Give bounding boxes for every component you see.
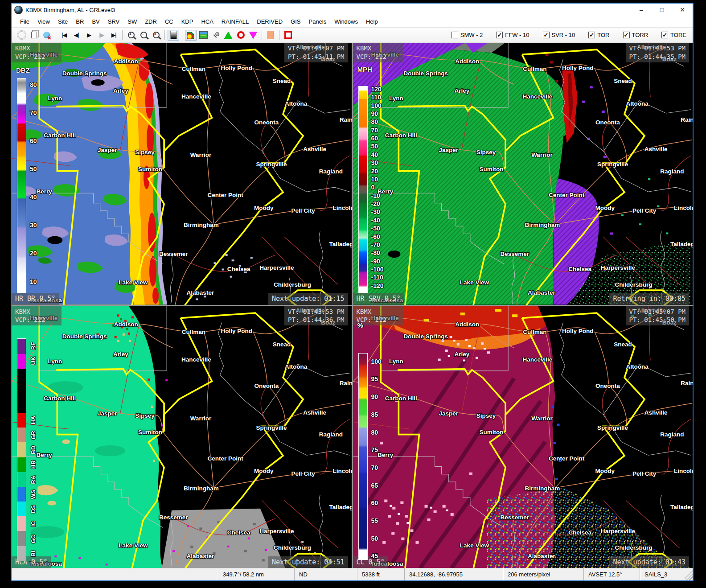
velocity-image xyxy=(353,43,693,305)
toggle-label: SVR - 10 xyxy=(552,32,575,38)
scale-tick: 10 xyxy=(30,278,37,285)
menu-site[interactable]: Site xyxy=(54,17,72,26)
status-cell-1: 349.7°/ 58.2 nm xyxy=(218,568,294,580)
close-button[interactable]: ✕ xyxy=(672,4,693,16)
radar-panel-velocity[interactable]: HaleyvilleAlbertvilleBoazAddisonCullmanH… xyxy=(353,43,693,305)
grayscale-legend-button[interactable] xyxy=(168,30,179,41)
menu-zdr[interactable]: ZDR xyxy=(141,17,161,26)
product-time: PT: 01:45:50 PM xyxy=(629,316,685,324)
status-cell-7: SAILS_3 xyxy=(640,568,685,580)
watch-box-orange-button[interactable] xyxy=(265,30,276,41)
menu-panels[interactable]: Panels xyxy=(304,17,330,26)
scale-title: MPH xyxy=(357,66,372,73)
radar-panel-cc[interactable]: HaleyvilleAlbertvilleBoazAddisonCullmanH… xyxy=(353,306,693,568)
link-sites-button[interactable] xyxy=(16,30,27,41)
color-table-button[interactable] xyxy=(185,30,197,41)
toggle-svr[interactable]: ✓SVR - 10 xyxy=(543,32,575,38)
radar-panel-reflectivity[interactable]: HaleyvilleAlbertvilleBoazAddisonCullmanH… xyxy=(12,43,352,305)
checkbox-icon[interactable]: ✓ xyxy=(661,32,668,38)
scale-tick: 40 xyxy=(371,151,378,158)
scale-tick: 70 xyxy=(30,109,37,116)
first-frame-button[interactable]: |◀ xyxy=(58,30,70,41)
menu-br[interactable]: BR xyxy=(72,17,88,26)
zoom-in-button[interactable]: + xyxy=(125,30,137,41)
scale-tick: -70 xyxy=(371,241,380,248)
radar-panel-hca[interactable]: HaleyvilleAlbertvilleBoazAddisonCullmanH… xyxy=(12,306,352,568)
checkbox-icon[interactable] xyxy=(452,32,458,38)
zoom-out-button[interactable]: − xyxy=(138,30,149,41)
toggle-tore[interactable]: ✓TORE xyxy=(661,32,686,38)
menu-windows[interactable]: Windows xyxy=(330,17,362,26)
scale-tick: -10 xyxy=(371,192,380,199)
menu-gis[interactable]: GIS xyxy=(287,17,304,26)
gradient-icon xyxy=(170,31,177,39)
scale-tick: 50 xyxy=(371,535,378,542)
toggle-label: TOR xyxy=(597,32,609,38)
menu-sw[interactable]: SW xyxy=(123,17,141,26)
scale-ticks: 1201101009080706050403020100-10-20-30-40… xyxy=(358,86,394,293)
menu-view[interactable]: View xyxy=(33,17,54,26)
magenta-triangle-icon xyxy=(249,32,257,39)
scale-tick: 90 xyxy=(371,393,378,400)
maximize-button[interactable]: □ xyxy=(652,4,672,16)
toggle-torr[interactable]: ✓TORR xyxy=(623,32,649,38)
orange-box-icon xyxy=(267,31,274,39)
status-cell-5: 206 meters/pixel xyxy=(503,568,583,580)
product-label: HR BR 0.5° xyxy=(12,293,59,304)
scale-ticks: RFUKHAGRBDHRRAWSDSICGCBI xyxy=(17,338,53,561)
menu-srv[interactable]: SRV xyxy=(104,17,124,26)
copy-image-button[interactable] xyxy=(28,30,40,41)
menu-help[interactable]: Help xyxy=(362,17,382,26)
zoom-reset-button[interactable]: × xyxy=(150,30,162,41)
watch-box-red-button[interactable] xyxy=(282,30,294,41)
placefile-pin-button[interactable] xyxy=(210,30,222,41)
scale-title: % xyxy=(357,321,363,329)
status-cell-2: ND xyxy=(294,568,357,580)
prev-frame-button[interactable]: ◀| xyxy=(70,30,82,41)
toggle-label: FFW - 10 xyxy=(505,32,529,38)
scale-segment-label: GR xyxy=(30,431,37,440)
tornado-circle-button[interactable] xyxy=(235,30,246,41)
toolbar-buttons: |◀◀|▶|▶▶|+−× xyxy=(15,30,294,41)
scale-ticks: 1009590858075706560555045 xyxy=(358,353,394,560)
checkbox-icon[interactable]: ✓ xyxy=(496,32,503,38)
scale-tick: 30 xyxy=(30,222,37,229)
menu-cc[interactable]: CC xyxy=(161,17,177,26)
scale-segment-label: HA xyxy=(30,416,37,424)
toggle-ffw[interactable]: ✓FFW - 10 xyxy=(496,32,529,38)
menu-hca[interactable]: HCA xyxy=(197,17,217,26)
status-cells: 349.7°/ 58.2 nmND5338 ft34.12688, -86.97… xyxy=(12,568,685,580)
severe-triangle-button[interactable] xyxy=(222,30,234,41)
scale-tick: 80 xyxy=(371,118,378,125)
cc-image xyxy=(353,306,693,568)
scale-tick: 120 xyxy=(371,86,382,93)
menu-file[interactable]: File xyxy=(16,17,33,26)
checkbox-icon[interactable]: ✓ xyxy=(543,32,550,38)
reflectivity-image xyxy=(12,43,352,305)
gis-background-button[interactable] xyxy=(197,30,209,41)
mesocyclone-triangle-button[interactable] xyxy=(247,30,259,41)
globe-x-icon xyxy=(43,32,50,38)
panel-site-box: KBMX VCP: 212 xyxy=(12,43,62,62)
volume-time: VT: 01:45:07 PM xyxy=(288,44,344,53)
checkbox-icon[interactable]: ✓ xyxy=(623,32,630,38)
checkbox-icon[interactable]: ✓ xyxy=(588,32,595,38)
product-label: HR SRV 0.5° xyxy=(353,293,404,304)
scale-tick: -90 xyxy=(371,258,380,265)
scale-tick: 65 xyxy=(371,482,378,489)
resize-grip[interactable] xyxy=(685,568,693,580)
last-frame-button[interactable]: ▶| xyxy=(108,30,119,41)
menu-derived[interactable]: DERIVED xyxy=(253,17,287,26)
app-icon xyxy=(14,6,23,14)
play-button[interactable]: ▶ xyxy=(83,30,94,41)
disconnect-site-button[interactable] xyxy=(41,30,52,41)
menu-kdp[interactable]: KDP xyxy=(177,17,197,26)
toggle-tor[interactable]: ✓TOR xyxy=(588,32,609,38)
minimize-button[interactable]: – xyxy=(631,4,652,16)
toolbar-separator xyxy=(55,30,55,40)
scale-tick: 45 xyxy=(371,552,378,559)
menu-rainfall[interactable]: RAINFALL xyxy=(218,17,253,26)
next-frame-button[interactable]: |▶ xyxy=(95,30,107,41)
menu-bv[interactable]: BV xyxy=(88,17,103,26)
toggle-smw[interactable]: SMW - 2 xyxy=(452,32,483,38)
